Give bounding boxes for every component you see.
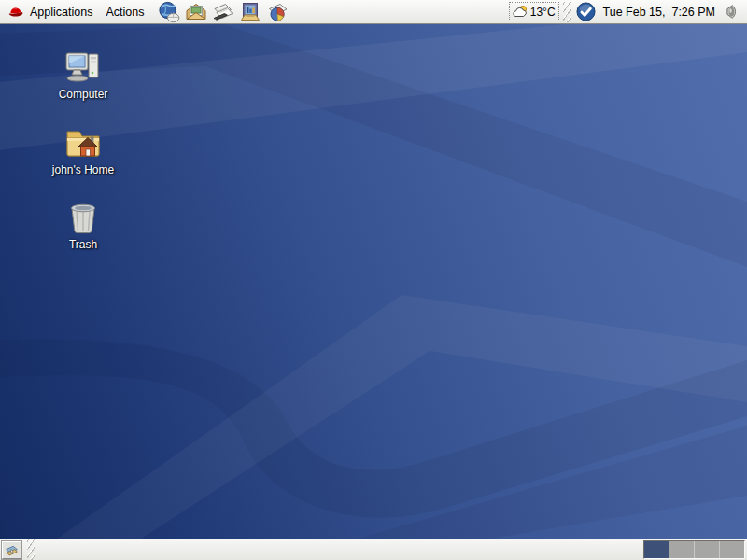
weather-applet[interactable]: 13°C (509, 2, 559, 21)
volume-speaker-icon[interactable] (722, 3, 739, 21)
presentation-launcher[interactable] (239, 1, 261, 23)
presentation-icon (239, 1, 261, 23)
computer-icon (63, 50, 103, 86)
workspace-cell[interactable] (644, 541, 669, 558)
show-desktop-icon (4, 543, 20, 557)
web-browser-launcher[interactable] (158, 1, 180, 23)
desktop-icon-computer[interactable]: Computer (42, 50, 124, 101)
home-folder-icon (63, 124, 103, 161)
applications-menu[interactable]: Applications (5, 0, 99, 23)
top-panel-right: 13°C Tue Feb 15, 7:26 PM (509, 2, 742, 22)
top-panel: Applications Actions (0, 0, 747, 24)
desktop-icon-label: john's Home (52, 164, 114, 176)
actions-menu-label: Actions (106, 6, 144, 19)
spreadsheet-launcher[interactable] (266, 1, 289, 23)
gnome-desktop: Applications Actions (0, 0, 747, 560)
word-processor-launcher[interactable] (212, 1, 234, 23)
desktop-icon-label: Trash (69, 239, 97, 251)
email-launcher[interactable] (185, 1, 207, 23)
trash-icon (65, 201, 101, 236)
show-desktop-button[interactable] (2, 541, 21, 559)
applications-menu-label: Applications (30, 6, 92, 19)
workspace-cell[interactable] (695, 541, 720, 558)
web-browser-icon (158, 1, 180, 23)
weather-temperature: 13°C (530, 6, 556, 19)
applet-drag-handle[interactable] (563, 2, 571, 22)
weather-partly-cloudy-icon (513, 5, 529, 19)
taskbar-drag-handle[interactable] (27, 539, 35, 560)
desktop-icon-trash[interactable]: Trash (42, 201, 124, 251)
redhat-logo-icon (7, 5, 24, 20)
desktop-background[interactable]: Computer john's Home (0, 24, 747, 539)
email-icon (185, 1, 207, 23)
workspace-switcher (643, 540, 745, 559)
panel-launchers (158, 1, 289, 23)
desktop-icon-label: Computer (59, 89, 108, 101)
rhn-alert-icon[interactable] (576, 2, 596, 21)
workspace-cell[interactable] (720, 541, 744, 558)
spreadsheet-icon (266, 1, 289, 23)
bottom-panel (0, 539, 747, 560)
wallpaper-swirl-pattern (0, 24, 747, 539)
actions-menu[interactable]: Actions (99, 0, 150, 23)
clock-applet[interactable]: Tue Feb 15, 7:26 PM (599, 6, 720, 19)
workspace-cell[interactable] (669, 541, 695, 558)
word-processor-icon (212, 1, 234, 23)
desktop-icon-home[interactable]: john's Home (42, 124, 124, 176)
